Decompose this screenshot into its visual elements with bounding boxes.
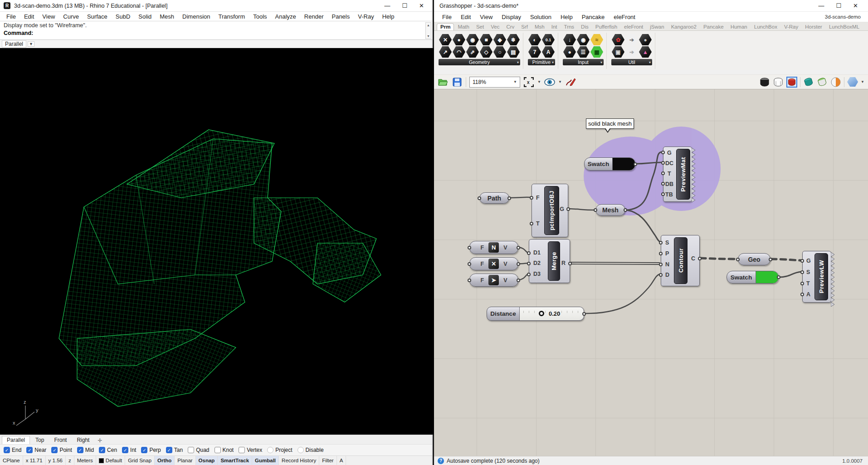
input-nub[interactable] <box>530 196 533 200</box>
menu-item-help[interactable]: Help <box>379 13 398 20</box>
sketch-pen-icon[interactable] <box>565 77 576 88</box>
component-hex-icon[interactable]: ☰ <box>577 46 590 58</box>
menu-item-panels[interactable]: Panels <box>328 13 353 20</box>
tab-lunchboxml[interactable]: LunchBoxML <box>826 24 863 30</box>
zoom-extents-icon[interactable]: x <box>523 77 534 88</box>
input-nub[interactable] <box>527 262 531 265</box>
component-hex-icon[interactable]: ↓ <box>563 34 576 45</box>
menu-item-help[interactable]: Help <box>557 13 576 21</box>
output-nub[interactable] <box>634 162 637 166</box>
checkbox-checked-icon[interactable]: ✓ <box>51 447 58 453</box>
close-button[interactable]: ✕ <box>419 2 424 9</box>
checkbox-checked-icon[interactable]: ✓ <box>141 447 147 453</box>
status-grid-snap[interactable]: Grid Snap <box>125 456 155 465</box>
component-hex-icon[interactable]: ▣ <box>612 46 624 58</box>
osnap-knot[interactable]: Knot <box>215 447 234 453</box>
node-distance-slider[interactable]: Distance 0.20 <box>487 307 584 321</box>
output-nub[interactable] <box>517 246 520 250</box>
menu-item-mesh[interactable]: Mesh <box>156 13 178 20</box>
node-contour[interactable]: S P N D C Contour <box>661 235 700 286</box>
status-y-1-56[interactable]: y 1.56 <box>46 456 66 465</box>
tab-srf[interactable]: Srf <box>518 24 531 30</box>
output-nub[interactable] <box>769 258 772 261</box>
tab-human[interactable]: Human <box>727 24 751 30</box>
rhino-titlebar[interactable]: R 3d-scan-demo.3dm (13 MB) - Rhino 7 Edu… <box>0 0 432 12</box>
osnap-project[interactable]: Project <box>267 447 292 453</box>
checkbox-checked-icon[interactable]: ✓ <box>166 447 172 453</box>
port-label[interactable]: DC <box>665 160 673 166</box>
tab-prm[interactable]: Prm <box>437 23 454 30</box>
component-hex-icon[interactable]: ◆ <box>493 34 506 45</box>
input-nub[interactable] <box>468 262 471 266</box>
node-mesh-param[interactable]: Mesh <box>595 204 625 216</box>
menu-item-view[interactable]: View <box>39 13 59 20</box>
tab-set[interactable]: Set <box>473 24 487 30</box>
osnap-int[interactable]: ✓Int <box>122 447 136 453</box>
component-hex-icon[interactable]: 0.1 <box>542 34 555 45</box>
node-title-bar[interactable]: Contour <box>674 237 688 284</box>
checkbox-checked-icon[interactable]: ✓ <box>77 447 83 453</box>
zoom-level-combo[interactable]: 118% ▼ <box>469 77 520 88</box>
component-hex-icon[interactable]: ○ <box>493 46 506 58</box>
menu-item-solution[interactable]: Solution <box>527 13 555 21</box>
open-file-icon[interactable] <box>438 77 449 88</box>
input-nub[interactable] <box>659 241 663 245</box>
port-label[interactable]: S <box>665 240 669 246</box>
node-title-bar[interactable]: Merge <box>548 241 560 281</box>
port-label[interactable]: R <box>561 260 566 266</box>
chevron-down-icon[interactable]: ▼ <box>537 80 541 84</box>
new-viewport-icon[interactable]: ✛ <box>95 437 105 444</box>
status-ortho[interactable]: Ortho <box>155 456 175 465</box>
input-nub[interactable] <box>661 151 665 154</box>
checkbox-icon[interactable] <box>267 447 273 453</box>
port-label[interactable]: T <box>536 220 540 227</box>
tab-jswan[interactable]: jSwan <box>647 24 667 30</box>
osnap-perp[interactable]: ✓Perp <box>141 447 161 453</box>
port-label[interactable]: T <box>668 171 671 177</box>
viewport-tab-front[interactable]: Front <box>49 436 71 444</box>
status-a[interactable]: A <box>337 456 346 465</box>
osnap-quad[interactable]: Quad <box>188 447 209 453</box>
only-draw-preview-icon[interactable] <box>803 77 814 88</box>
status-z[interactable]: z <box>66 456 74 465</box>
chevron-down-icon[interactable]: ▾ <box>649 60 651 64</box>
component-hex-icon[interactable]: ⇗ <box>466 46 479 58</box>
osnap-end[interactable]: ✓End <box>4 447 21 453</box>
menu-item-display[interactable]: Display <box>498 13 525 21</box>
component-hex-icon[interactable]: ➔ <box>625 46 638 58</box>
slider-track[interactable]: 0.20 <box>520 307 584 320</box>
menu-item-view[interactable]: View <box>476 13 496 21</box>
viewport-tab-top[interactable]: Top <box>31 436 49 444</box>
node-swatch-black[interactable]: Swatch <box>584 157 635 171</box>
save-file-icon[interactable] <box>452 77 463 88</box>
input-nub[interactable] <box>659 263 663 266</box>
ribbon-group-label[interactable]: Geometry▾ <box>439 59 520 65</box>
command-scroll-spinner[interactable]: ▲▼ <box>425 22 431 39</box>
preview-eye-icon[interactable] <box>544 77 555 88</box>
viewport-title-dropdown[interactable]: Parallel <box>2 40 26 48</box>
port-label[interactable]: G <box>560 206 564 212</box>
node-title-bar[interactable]: pcImportOBJ <box>544 186 559 235</box>
input-nub[interactable] <box>800 270 804 274</box>
ribbon-group-label[interactable]: Util▾ <box>611 59 652 65</box>
menu-item-solid[interactable]: Solid <box>135 13 155 20</box>
port-label[interactable]: TB <box>665 191 673 198</box>
input-nub[interactable] <box>661 192 665 196</box>
tab-trns[interactable]: Trns <box>561 24 578 30</box>
port-label[interactable]: D1 <box>533 250 541 256</box>
checkbox-icon[interactable] <box>188 447 194 453</box>
tab-vec[interactable]: Vec <box>488 24 502 30</box>
port-label[interactable]: G <box>667 150 672 156</box>
component-hex-icon[interactable]: ▤ <box>507 46 520 58</box>
command-prompt[interactable]: Command: <box>4 30 429 36</box>
menu-item-curve[interactable]: Curve <box>59 13 83 20</box>
node-title-bar[interactable]: PreviewLW <box>814 253 828 300</box>
menu-item-subd[interactable]: SubD <box>112 13 134 20</box>
status-x-11-71[interactable]: x 11.71 <box>23 456 46 465</box>
preview-off-icon[interactable] <box>759 77 770 88</box>
port-label[interactable]: D <box>665 272 669 278</box>
menu-item-dimension[interactable]: Dimension <box>179 13 214 20</box>
tab-lunchbox[interactable]: LunchBox <box>751 24 780 30</box>
menu-item-tools[interactable]: Tools <box>249 13 270 20</box>
node-swatch-green[interactable]: Swatch <box>727 271 779 284</box>
